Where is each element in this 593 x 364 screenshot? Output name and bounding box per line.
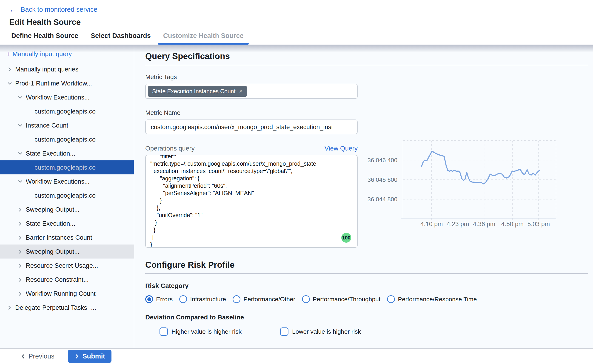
- footer-bar: Previous Submit: [0, 348, 593, 364]
- sidebar-item[interactable]: Prod-1 Runtime Workflow...: [0, 76, 134, 90]
- svg-text:36 046 400: 36 046 400: [367, 157, 398, 164]
- sidebar-item[interactable]: Instance Count: [0, 118, 134, 132]
- svg-text:4:36 pm: 4:36 pm: [473, 221, 495, 228]
- metric-tags-input[interactable]: State Execution Instances Count ×: [145, 84, 358, 99]
- sidebar-item[interactable]: Delegate Perpetual Tasks -...: [0, 301, 134, 315]
- radio-icon[interactable]: [302, 295, 310, 303]
- checkbox-icon[interactable]: [160, 327, 168, 336]
- sidebar-item-label: State Execution...: [26, 150, 75, 157]
- operations-query-label: Operations query: [145, 145, 195, 152]
- risk-radio-performance-response-time[interactable]: Performance/Response Time: [387, 295, 477, 303]
- section-divider-2: [145, 273, 588, 274]
- risk-radio-infrastructure[interactable]: Infrastructure: [179, 295, 226, 303]
- chevron-right-icon[interactable]: [7, 305, 13, 311]
- metric-name-input[interactable]: custom.googleapis.com/user/x_mongo_prod_…: [145, 119, 358, 134]
- remove-tag-icon[interactable]: ×: [239, 88, 243, 95]
- radio-label: Errors: [156, 296, 173, 303]
- risk-radio-errors[interactable]: Errors: [145, 295, 173, 303]
- sidebar-item[interactable]: Manually input queries: [0, 62, 134, 76]
- submit-button[interactable]: Submit: [68, 350, 111, 363]
- sidebar-item-label: State Execution...: [26, 220, 75, 227]
- svg-text:4:50 pm: 4:50 pm: [501, 221, 524, 228]
- sidebar-item[interactable]: Sweeping Output...: [0, 202, 134, 216]
- risk-radio-performance-other[interactable]: Performance/Other: [233, 295, 295, 303]
- back-link[interactable]: ← Back to monitored service: [9, 6, 593, 13]
- view-query-link[interactable]: View Query: [325, 145, 358, 152]
- sidebar-item-label: Delegate Perpetual Tasks -...: [15, 304, 96, 311]
- svg-text:5:03 pm: 5:03 pm: [528, 221, 550, 228]
- sidebar-item-label: Manually input queries: [15, 66, 78, 73]
- tab-define-health-source[interactable]: Define Health Source: [5, 27, 85, 45]
- sidebar-tree: Manually input queriesProd-1 Runtime Wor…: [0, 62, 134, 315]
- radio-icon[interactable]: [179, 295, 187, 303]
- manually-input-query-link[interactable]: + Manually input query: [0, 47, 134, 61]
- page: ← Back to monitored service Edit Health …: [0, 0, 593, 364]
- metric-preview-chart: 36 046 40036 045 60036 044 8004:10 pm4:2…: [362, 133, 591, 241]
- metric-tags-label: Metric Tags: [145, 73, 593, 81]
- sidebar-item-label: Workflow Executions...: [26, 178, 90, 185]
- sidebar-item[interactable]: custom.googleapis.co: [0, 188, 134, 202]
- radio-icon[interactable]: [145, 295, 153, 303]
- chevron-right-icon: [74, 354, 80, 359]
- sidebar-item[interactable]: custom.googleapis.co: [0, 104, 134, 118]
- sidebar-item-label: custom.googleapis.co: [34, 136, 96, 143]
- chevron-left-icon: [20, 354, 26, 359]
- sidebar-item[interactable]: Workflow Running Count: [0, 286, 134, 301]
- svg-text:36 045 600: 36 045 600: [367, 176, 398, 183]
- back-link-label: Back to monitored service: [21, 6, 98, 13]
- sidebar-item[interactable]: Sweeping Output...: [0, 245, 134, 259]
- sidebar-item[interactable]: custom.googleapis.co: [0, 160, 134, 174]
- sidebar-item[interactable]: State Execution...: [0, 146, 134, 160]
- sidebar: + Manually input query Manually input qu…: [0, 45, 134, 348]
- chevron-right-icon[interactable]: [18, 221, 23, 227]
- sidebar-item[interactable]: Barrier Instances Count: [0, 230, 134, 245]
- chevron-right-icon[interactable]: [18, 277, 23, 283]
- checkbox-label: Higher value is higher risk: [171, 328, 241, 335]
- deviation-checkbox-lower-value-is-higher-risk[interactable]: Lower value is higher risk: [280, 327, 361, 336]
- sidebar-item-label: Resource Constraint...: [26, 276, 89, 283]
- chevron-down-icon[interactable]: [7, 80, 13, 86]
- chevron-down-icon[interactable]: [18, 94, 23, 100]
- metric-tag-chip[interactable]: State Execution Instances Count ×: [148, 86, 247, 97]
- sidebar-item[interactable]: Workflow Executions...: [0, 174, 134, 188]
- main-panel: Query Specifications Metric Tags State E…: [134, 45, 593, 348]
- chevron-down-icon[interactable]: [18, 123, 23, 129]
- chevron-down-icon[interactable]: [18, 150, 23, 156]
- radio-label: Performance/Throughput: [313, 296, 381, 303]
- chevron-right-icon[interactable]: [7, 66, 13, 72]
- deviation-label: Deviation Compared to Baseline: [145, 314, 593, 321]
- radio-icon[interactable]: [233, 295, 241, 303]
- chevron-right-icon[interactable]: [18, 263, 23, 269]
- operations-query-editor[interactable]: "filter": "metric.type=\"custom.googleap…: [145, 155, 358, 248]
- radio-label: Performance/Response Time: [398, 296, 477, 303]
- sidebar-item[interactable]: custom.googleapis.co: [0, 132, 134, 146]
- chevron-right-icon[interactable]: [18, 207, 23, 213]
- deviation-checkbox-higher-value-is-higher-risk[interactable]: Higher value is higher risk: [160, 327, 241, 336]
- sidebar-item[interactable]: State Execution...: [0, 216, 134, 230]
- operations-query-code[interactable]: "filter": "metric.type=\"custom.googleap…: [150, 155, 352, 248]
- metric-tag-chip-label: State Execution Instances Count: [152, 88, 236, 95]
- previous-button[interactable]: Previous: [20, 352, 54, 360]
- tab-customize-health-source[interactable]: Customize Health Source: [157, 27, 250, 45]
- risk-radio-performance-throughput[interactable]: Performance/Throughput: [302, 295, 381, 303]
- sidebar-item-label: Barrier Instances Count: [26, 234, 92, 241]
- sidebar-item[interactable]: Workflow Executions...: [0, 90, 134, 104]
- risk-category-label: Risk Category: [145, 282, 593, 290]
- previous-button-label: Previous: [28, 352, 54, 360]
- sidebar-item-label: Prod-1 Runtime Workflow...: [15, 80, 92, 87]
- chevron-down-icon[interactable]: [18, 179, 23, 184]
- tab-select-dashboards[interactable]: Select Dashboards: [85, 27, 157, 45]
- submit-button-label: Submit: [83, 352, 105, 360]
- radio-icon[interactable]: [387, 295, 395, 303]
- sidebar-item[interactable]: Resource Constraint...: [0, 273, 134, 286]
- chevron-right-icon[interactable]: [18, 291, 23, 297]
- content-area: + Manually input query Manually input qu…: [0, 45, 593, 348]
- sidebar-item[interactable]: Resource Secret Usage...: [0, 259, 134, 273]
- chevron-right-icon[interactable]: [18, 249, 23, 255]
- checkbox-icon[interactable]: [280, 327, 288, 336]
- query-record-count-badge: 100: [341, 233, 351, 243]
- svg-text:36 044 800: 36 044 800: [367, 196, 398, 203]
- radio-label: Infrastructure: [190, 296, 226, 303]
- svg-text:4:10 pm: 4:10 pm: [420, 221, 443, 228]
- chevron-right-icon[interactable]: [18, 235, 23, 240]
